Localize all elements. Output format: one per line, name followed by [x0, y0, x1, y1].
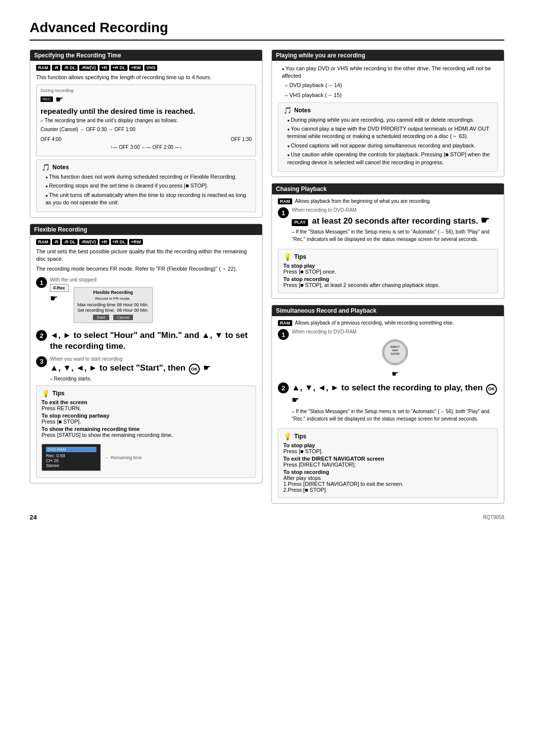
dvd-play: – DVD playback (→ 14) [285, 82, 498, 90]
simul-tip-3: To stop recording After play stops 1.Pre… [283, 469, 492, 493]
off-400: OFF 4:00 [41, 136, 61, 143]
model-number: RQT9058 [483, 515, 504, 520]
remaining-label: ← Remaining time [105, 455, 142, 460]
spec-sub-text: – The recording time and the unit's disp… [41, 117, 252, 125]
badge-r: -R [52, 65, 61, 71]
rec-label: REC ☛ [41, 94, 252, 105]
flex-screen: Flexible Recording Record in FR mode. Ma… [74, 287, 153, 323]
flex-row2-label: Set recording time: [78, 308, 115, 313]
simul-tip3-label: To stop recording [283, 469, 329, 475]
svg-text:GATOR: GATOR [391, 352, 400, 355]
hand-icon-simul: ☛ [392, 369, 399, 378]
flex-step1-row: 1 With the unit stopped F.Rec ☛ Flexible… [36, 277, 256, 326]
simul-step1-row: 1 When recording to DVD-RAM DIRECT NAVI … [278, 329, 498, 378]
tips-icon-chasing: 💡 [283, 253, 292, 261]
tips-icon-flex: 💡 [42, 389, 50, 397]
frec-label: F.Rec [50, 284, 69, 292]
playing-header: Playing while you are recording [272, 50, 504, 61]
flex-desc1: The unit sets the best possible picture … [36, 248, 256, 264]
rec-indicator: REC [41, 96, 53, 102]
flex-tips-title: 💡 Tips [42, 389, 251, 397]
hand-icon-chasing: ☛ [481, 215, 490, 226]
playing-playback-items: – DVD playback (→ 14) – VHS playback (→ … [278, 82, 498, 99]
flex-frec: F.Rec ☛ [50, 284, 69, 304]
notes-icon-spec: 🎵 [42, 163, 50, 171]
flex-tip-3: To show the remaining recording time Pre… [42, 426, 251, 438]
chasing-badge-text: Allows playback from the beginning of wh… [295, 198, 431, 204]
chasing-step1-bubble: 1 [278, 207, 289, 218]
chasing-step1-big: PLAY at least 20 seconds after recording… [292, 214, 498, 227]
spec-notes-list: This function does not work during sched… [42, 173, 251, 207]
flex-badge-plusrw: +RW [129, 239, 143, 245]
flex-step3-sub: – Recording starts. [50, 376, 256, 381]
badge-vhs: VHS [144, 65, 158, 71]
chasing-badge: RAM [278, 198, 292, 204]
specifying-notes: 🎵 Notes This function does not work duri… [36, 159, 256, 212]
svg-text:DIRECT: DIRECT [390, 345, 400, 348]
flex-step3-row: 3 When you want to start recording ▲, ▼,… [36, 356, 256, 382]
specifying-badges: RAM -R -R DL -RW(V) +R +R DL +RW VHS [36, 65, 256, 71]
page-footer: 24 RQT9058 [30, 512, 504, 521]
play-note-2: You cannot play a tape with the DVD PRIO… [287, 125, 492, 141]
flex-btn-cancel: Cancel [113, 315, 134, 320]
flex-badge-plusrdl: +R DL [111, 239, 128, 245]
chasing-tip-1: To stop play Press [■ STOP] once. [283, 263, 492, 275]
notes-title-spec: 🎵 Notes [42, 163, 251, 171]
page-title: Advanced Recording [30, 20, 504, 41]
flex-step3-bubble: 3 [36, 356, 47, 367]
specifying-section: Specifying the Recording Time RAM -R -R … [30, 49, 263, 218]
flex-step2-bubble: 2 [36, 330, 47, 341]
badge-rwv: -RW(V) [79, 65, 98, 71]
flex-step1-text: With the unit stopped [50, 277, 256, 283]
flex-tips: 💡 Tips To exit the screen Press RETURN. … [36, 385, 256, 478]
chasing-step1-pre: When recording to DVD-RAM [292, 207, 498, 213]
notes-icon-play: 🎵 [283, 106, 292, 114]
chasing-tips: 💡 Tips To stop play Press [■ STOP] once.… [278, 249, 498, 293]
simul-step1-content: When recording to DVD-RAM DIRECT NAVI GA… [292, 329, 498, 378]
play-note-3: Closed captions will not appear during s… [287, 142, 492, 149]
flex-tip1-text: Press RETURN. [42, 405, 81, 411]
flex-badge-plusr: +R [99, 239, 109, 245]
off-300: OFF 3:00 [119, 144, 139, 150]
hand-icon-spec: ☛ [55, 94, 63, 105]
simul-navigator-area: DIRECT NAVI GATOR ☛ [292, 336, 498, 378]
simul-tips: 💡 Tips To stop play Press [■ STOP]. To e… [278, 428, 498, 498]
chasing-section: Chasing Playback RAM Allows playback fro… [271, 183, 504, 299]
chasing-step1-content: When recording to DVD-RAM PLAY at least … [292, 207, 498, 245]
chasing-tip2-label: To stop recording [283, 276, 329, 282]
off-diagram-row: ↑— OFF 3:00 ←— OFF 2:00 —↓ [41, 143, 252, 151]
flex-screen-subtitle: Record in FR mode. [78, 296, 149, 301]
simul-step2-content: ▲, ▼, ◄, ► to select the recording to pl… [292, 382, 498, 425]
simul-step2-row: 2 ▲, ▼, ◄, ► to select the recording to … [278, 382, 498, 425]
flexible-badges: RAM -R -R DL -RW(V) +R +R DL +RW [36, 239, 256, 245]
hand-icon-flex: ☛ [50, 293, 69, 304]
simul-tip3-text: After play stops 1.Press [DIRECT NAVIGAT… [283, 475, 403, 493]
simul-step2-bubble: 2 [278, 382, 289, 393]
chasing-header: Chasing Playback [272, 184, 504, 194]
specifying-diagram: During recording REC ☛ repeatedly until … [36, 85, 256, 156]
flexible-section: Flexible Recording RAM -R -R DL -RW(V) +… [30, 224, 263, 484]
badge-ram: RAM [36, 65, 50, 71]
off-arr3: —↓ [175, 144, 182, 150]
simul-tip1-text: Press [■ STOP]. [283, 448, 323, 454]
badge-rdl: -R DL [62, 65, 78, 71]
chasing-tip1-text: Press [■ STOP] once. [283, 269, 336, 275]
simul-step2-sub: – If the "Status Messages" in the Setup … [292, 408, 498, 423]
badge-plusr: +R [99, 65, 109, 71]
chasing-tip1-label: To stop play [283, 263, 315, 269]
flex-step2-row: 2 ◄, ► to select "Hour" and "Min." and ▲… [36, 330, 256, 352]
navigator-icon: DIRECT NAVI GATOR [382, 339, 408, 365]
chasing-desc: – If the "Status Messages" in the Setup … [292, 229, 498, 243]
simul-badge-text: Allows playback of a previous recording,… [295, 320, 454, 326]
status-stereo: Stereo [46, 463, 96, 468]
spec-note-3: The unit turns off automatically when th… [45, 191, 251, 207]
simul-badge-row: RAM Allows playback of a previous record… [278, 320, 498, 326]
flex-tip-2: To stop recording partway Press [■ STOP]… [42, 413, 251, 425]
simul-header: Simultaneous Record and Playback [272, 305, 504, 316]
simultaneous-section: Simultaneous Record and Playback RAM All… [271, 305, 504, 504]
playing-notes: 🎵 Notes During playing while you are rec… [278, 102, 498, 172]
flex-tip2-label: To stop recording partway [42, 413, 109, 419]
status-screen: DVD-RAM Rec: 0:59 CH 20 Stereo [42, 444, 101, 471]
flex-desc2: The recording mode becomes FR mode. Refe… [36, 265, 256, 273]
play-note-1: During playing while you are recording, … [287, 116, 492, 124]
